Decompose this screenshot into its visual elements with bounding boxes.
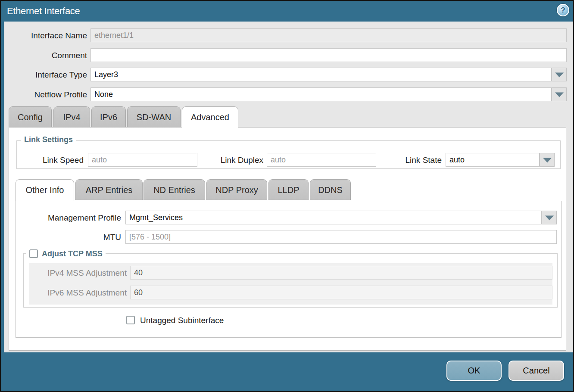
other-info-panel: Management Profile MTU Adjust TCP MSS IP… <box>16 201 562 338</box>
comment-label: Comment <box>1 51 87 60</box>
cancel-button[interactable]: Cancel <box>508 361 564 381</box>
advanced-tab-panel: Link Settings Link Speed Link Duplex Lin… <box>9 127 566 351</box>
tab-ipv4[interactable]: IPv4 <box>53 106 90 127</box>
ipv6-mss-label: IPv6 MSS Adjustment <box>29 288 127 298</box>
interface-type-dropdown-icon[interactable] <box>552 68 567 81</box>
link-state-select[interactable] <box>446 153 540 167</box>
mtu-label: MTU <box>29 233 121 242</box>
tab-advanced[interactable]: Advanced <box>182 106 238 128</box>
title-bar: Ethernet Interface ? <box>1 1 573 22</box>
dialog-title: Ethernet Interface <box>7 1 80 22</box>
interface-name-field <box>90 28 567 42</box>
subtab-other-info[interactable]: Other Info <box>16 179 74 201</box>
footer-bar: OK Cancel <box>1 352 573 391</box>
adjust-tcp-mss-legend: Adjust TCP MSS <box>26 248 106 258</box>
netflow-profile-dropdown-icon[interactable] <box>552 87 567 101</box>
untagged-subinterface-checkbox[interactable] <box>126 316 135 324</box>
interface-type-select[interactable] <box>90 68 552 81</box>
subtab-ddns[interactable]: DDNS <box>310 179 351 200</box>
adjust-tcp-mss-legend-text: Adjust TCP MSS <box>42 249 103 258</box>
ipv4-mss-field <box>130 266 552 280</box>
interface-type-label: Interface Type <box>1 70 87 80</box>
management-profile-dropdown-icon[interactable] <box>542 211 557 224</box>
management-profile-select[interactable] <box>125 211 542 224</box>
mss-disabled-group: IPv4 MSS Adjustment IPv6 MSS Adjustment <box>29 263 552 305</box>
interface-name-label: Interface Name <box>1 31 87 40</box>
link-duplex-field[interactable] <box>267 153 376 167</box>
management-profile-label: Management Profile <box>29 213 121 223</box>
comment-field[interactable] <box>90 48 567 62</box>
link-state-dropdown-icon[interactable] <box>540 153 555 167</box>
subtab-lldp[interactable]: LLDP <box>268 179 309 200</box>
tab-ipv6[interactable]: IPv6 <box>91 106 126 127</box>
help-icon[interactable]: ? <box>557 4 569 16</box>
netflow-profile-select[interactable] <box>90 87 552 101</box>
subtab-arp-entries[interactable]: ARP Entries <box>75 179 143 200</box>
ipv6-mss-field <box>130 286 552 299</box>
netflow-profile-label: Netflow Profile <box>1 90 87 100</box>
untagged-subinterface-label: Untagged Subinterface <box>140 316 269 325</box>
ethernet-interface-dialog: Ethernet Interface ? Interface Name Comm… <box>0 0 574 392</box>
subtab-ndp-proxy[interactable]: NDP Proxy <box>206 179 267 200</box>
link-state-label: Link State <box>387 156 442 165</box>
ipv4-mss-label: IPv4 MSS Adjustment <box>29 268 127 278</box>
subtab-nd-entries[interactable]: ND Entries <box>144 179 205 200</box>
ok-button[interactable]: OK <box>446 361 502 381</box>
link-speed-field[interactable] <box>88 153 197 167</box>
link-settings-fieldset: Link Settings Link Speed Link Duplex Lin… <box>16 140 561 169</box>
tab-config[interactable]: Config <box>9 106 52 127</box>
tab-sdwan[interactable]: SD-WAN <box>127 106 181 127</box>
link-settings-legend: Link Settings <box>21 135 76 144</box>
link-speed-label: Link Speed <box>17 156 84 165</box>
link-duplex-label: Link Duplex <box>202 156 263 165</box>
mtu-field[interactable] <box>125 230 557 244</box>
adjust-tcp-mss-checkbox[interactable] <box>29 249 38 258</box>
adjust-tcp-mss-fieldset: Adjust TCP MSS IPv4 MSS Adjustment IPv6 … <box>23 253 558 308</box>
